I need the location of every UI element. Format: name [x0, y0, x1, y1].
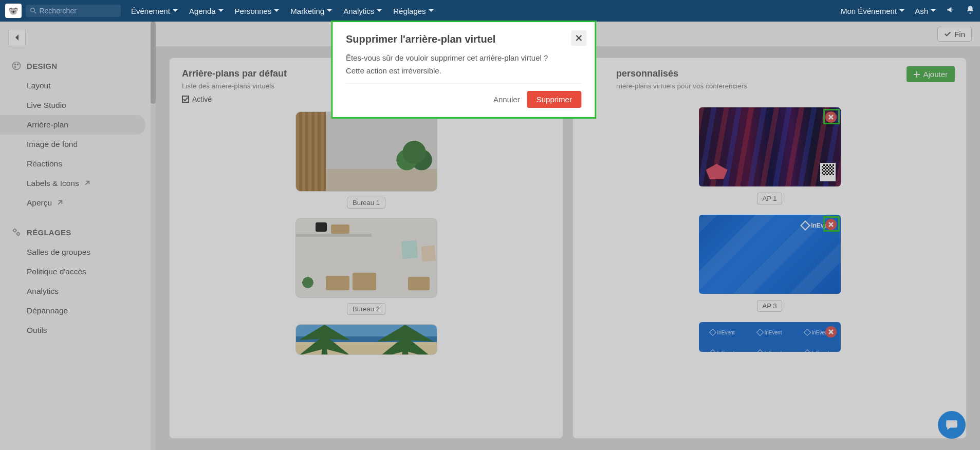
- nav-reglages[interactable]: Réglages: [393, 7, 433, 15]
- notifications-button[interactable]: [966, 5, 975, 16]
- chevron-down-icon: [327, 8, 332, 13]
- nav-label: Personnes: [235, 7, 272, 15]
- topbar: 🐨 Événement Agenda Personnes Marketing A…: [0, 0, 980, 22]
- chevron-down-icon: [931, 8, 936, 13]
- nav-agenda[interactable]: Agenda: [189, 7, 224, 15]
- confirm-delete-button[interactable]: Supprimer: [527, 91, 581, 108]
- event-switcher[interactable]: Mon Événement: [841, 7, 904, 15]
- nav-analytics[interactable]: Analytics: [343, 7, 382, 15]
- nav-label: Événement: [131, 7, 170, 15]
- search-icon: [30, 7, 36, 14]
- nav-menu: Événement Agenda Personnes Marketing Ana…: [131, 7, 434, 15]
- nav-label: Analytics: [343, 7, 374, 15]
- nav-label: Réglages: [393, 7, 426, 15]
- chevron-down-icon: [274, 8, 279, 13]
- nav-marketing[interactable]: Marketing: [290, 7, 332, 15]
- nav-evenement[interactable]: Événement: [131, 7, 178, 15]
- close-icon: [575, 34, 582, 42]
- chevron-down-icon: [173, 8, 178, 13]
- delete-confirm-modal: Supprimer l'arrière-plan virtuel Êtes-vo…: [331, 21, 596, 119]
- search-box[interactable]: [26, 5, 121, 17]
- chevron-down-icon: [899, 8, 904, 13]
- announce-button[interactable]: [946, 5, 955, 16]
- modal-close-button[interactable]: [571, 30, 586, 46]
- app-logo[interactable]: 🐨: [5, 4, 22, 18]
- modal-text-1: Êtes-vous sûr de vouloir supprimer cet a…: [346, 53, 581, 62]
- modal-text-2: Cette action est irréversible.: [346, 66, 581, 75]
- cancel-button[interactable]: Annuler: [493, 95, 520, 104]
- chevron-down-icon: [377, 8, 382, 13]
- user-name-label: Ash: [915, 7, 928, 15]
- chevron-down-icon: [429, 8, 434, 13]
- right-nav: Mon Événement Ash: [841, 5, 975, 16]
- bell-icon: [966, 5, 975, 14]
- user-menu[interactable]: Ash: [915, 7, 936, 15]
- chevron-down-icon: [218, 8, 224, 13]
- nav-label: Marketing: [290, 7, 324, 15]
- nav-personnes[interactable]: Personnes: [235, 7, 280, 15]
- megaphone-icon: [946, 5, 955, 14]
- search-input[interactable]: [39, 7, 117, 15]
- nav-label: Agenda: [189, 7, 216, 15]
- modal-title: Supprimer l'arrière-plan virtuel: [346, 33, 581, 45]
- event-name-label: Mon Événement: [841, 7, 897, 15]
